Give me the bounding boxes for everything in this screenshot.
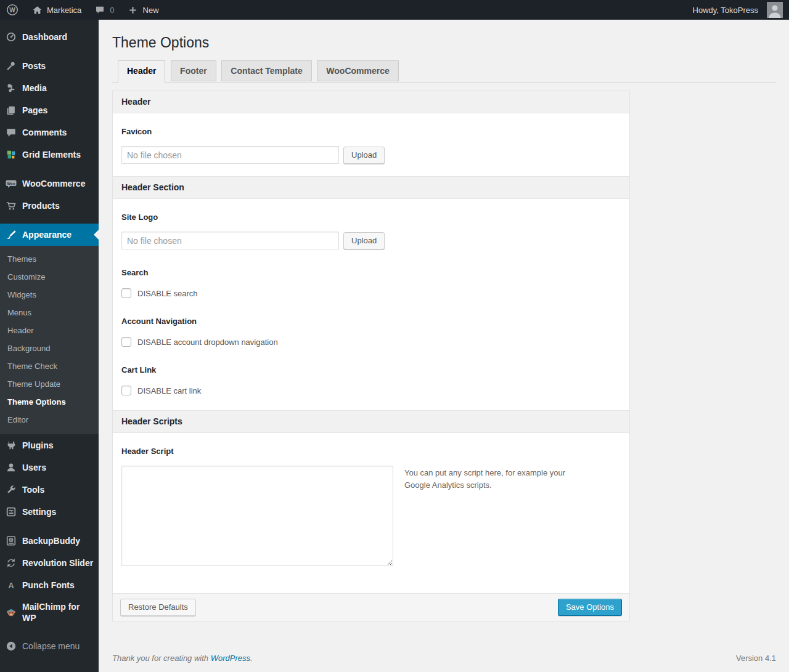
header-script-label: Header Script <box>121 447 621 456</box>
sidebar-item-pages[interactable]: Pages <box>0 99 99 121</box>
disable-search-checkbox[interactable] <box>121 288 131 298</box>
new-label: New <box>143 6 159 15</box>
tab-contact-template[interactable]: Contact Template <box>221 60 311 81</box>
tab-footer[interactable]: Footer <box>171 60 216 81</box>
submenu-item-header[interactable]: Header <box>0 322 99 339</box>
sidebar-item-tools[interactable]: Tools <box>0 479 99 501</box>
comments-count: 0 <box>110 6 114 15</box>
tab-bar: Header Footer Contact Template WooCommer… <box>112 60 776 83</box>
admin-sidebar: Dashboard Posts Media Pages Comments Gri… <box>0 20 99 672</box>
submenu-item-theme-check[interactable]: Theme Check <box>0 357 99 375</box>
site-logo-file-input[interactable] <box>121 232 339 249</box>
sidebar-item-media[interactable]: Media <box>0 77 99 99</box>
favicon-file-input[interactable] <box>121 146 339 164</box>
howdy-text: Howdy, TokoPress <box>693 6 758 15</box>
sidebar-item-products[interactable]: Products <box>0 195 99 217</box>
svg-text:W: W <box>9 7 15 14</box>
woocommerce-icon: Woo <box>5 177 17 190</box>
mailchimp-icon <box>5 606 17 618</box>
favicon-label: Favicon <box>121 127 621 136</box>
site-name: Marketica <box>47 6 81 15</box>
submenu-item-theme-update[interactable]: Theme Update <box>0 375 99 393</box>
sidebar-item-plugins[interactable]: Plugins <box>0 434 99 456</box>
sidebar-item-label: Media <box>22 83 47 94</box>
sidebar-item-revolution-slider[interactable]: Revolution Slider <box>0 552 99 574</box>
submenu-item-menus[interactable]: Menus <box>0 304 99 322</box>
wordpress-logo-icon: W <box>6 4 18 16</box>
svg-text:A: A <box>8 581 14 590</box>
comment-bubble-icon <box>94 4 106 16</box>
sidebar-item-appearance[interactable]: Appearance <box>0 224 99 246</box>
new-menu[interactable]: New <box>121 0 165 20</box>
main-content: Theme Options Header Footer Contact Temp… <box>99 20 789 672</box>
sidebar-item-label: Plugins <box>22 440 54 451</box>
tab-woocommerce[interactable]: WooCommerce <box>317 60 398 81</box>
submenu-item-themes[interactable]: Themes <box>0 250 99 268</box>
section-header-scripts: Header Scripts <box>113 410 629 433</box>
sidebar-item-users[interactable]: Users <box>0 456 99 479</box>
disable-account-nav-checkbox[interactable] <box>121 337 131 347</box>
sidebar-item-label: Comments <box>22 127 67 138</box>
header-script-hint: You can put any script here, for example… <box>404 466 592 492</box>
sidebar-item-mailchimp[interactable]: MailChimp for WP <box>0 596 99 628</box>
section-header: Header <box>113 91 629 113</box>
sidebar-item-label: Tools <box>22 484 44 495</box>
avatar <box>767 2 783 18</box>
account-menu[interactable]: Howdy, TokoPress <box>687 0 789 20</box>
backup-icon <box>5 535 17 547</box>
restore-defaults-button[interactable]: Restore Defaults <box>120 599 196 616</box>
revolution-icon <box>5 557 17 569</box>
disable-cart-link-label: DISABLE cart link <box>137 386 201 395</box>
sidebar-item-comments[interactable]: Comments <box>0 121 99 144</box>
site-logo-upload-button[interactable]: Upload <box>343 232 385 249</box>
search-field: Search DISABLE search <box>113 262 629 309</box>
site-logo-label: Site Logo <box>121 213 621 222</box>
sidebar-item-label: Collapse menu <box>22 641 80 652</box>
sidebar-item-label: Appearance <box>22 229 72 240</box>
submenu-item-background[interactable]: Background <box>0 339 99 357</box>
save-options-button[interactable]: Save Options <box>558 599 622 616</box>
account-navigation-field: Account Navigation DISABLE account dropd… <box>113 309 629 358</box>
sidebar-item-label: MailChimp for WP <box>22 601 95 623</box>
media-icon <box>5 82 17 94</box>
submenu-item-customize[interactable]: Customize <box>0 268 99 286</box>
plugin-icon <box>5 439 17 451</box>
submenu-item-widgets[interactable]: Widgets <box>0 286 99 304</box>
sidebar-item-woocommerce[interactable]: Woo WooCommerce <box>0 172 99 195</box>
favicon-upload-button[interactable]: Upload <box>343 147 385 164</box>
tab-header[interactable]: Header <box>118 60 165 83</box>
sidebar-item-backupbuddy[interactable]: BackupBuddy <box>0 530 99 552</box>
sidebar-item-label: Pages <box>22 105 47 116</box>
footer-version: Version 4.1 <box>736 654 776 663</box>
disable-cart-link-checkbox[interactable] <box>121 386 131 395</box>
thanks-suffix: . <box>250 654 253 663</box>
submenu-item-editor[interactable]: Editor <box>0 411 99 429</box>
comments-menu[interactable]: 0 <box>88 0 120 20</box>
sidebar-item-punch-fonts[interactable]: A Punch Fonts <box>0 574 99 596</box>
sidebar-item-settings[interactable]: Settings <box>0 501 99 523</box>
disable-account-nav-label: DISABLE account dropdown navigation <box>137 338 278 347</box>
sidebar-item-label: Grid Elements <box>22 149 81 160</box>
header-script-textarea[interactable] <box>121 466 393 566</box>
pin-icon <box>5 60 17 72</box>
sidebar-item-collapse-menu[interactable]: Collapse menu <box>0 635 99 657</box>
wordpress-logo-menu[interactable]: W <box>0 0 25 20</box>
sidebar-item-dashboard[interactable]: Dashboard <box>0 26 99 48</box>
footer-thanks: Thank you for creating with WordPress. <box>112 654 253 663</box>
wordpress-link[interactable]: WordPress <box>211 654 250 663</box>
submenu-item-theme-options[interactable]: Theme Options <box>0 393 99 411</box>
site-logo-field: Site Logo Upload <box>113 199 629 262</box>
admin-bar: W Marketica 0 New Howdy, TokoPress <box>0 0 789 20</box>
search-label: Search <box>121 268 621 277</box>
sidebar-item-posts[interactable]: Posts <box>0 55 99 77</box>
sidebar-item-label: Dashboard <box>22 31 67 43</box>
sidebar-item-label: BackupBuddy <box>22 535 80 546</box>
section-header-section: Header Section <box>113 176 629 199</box>
page-title: Theme Options <box>112 20 776 58</box>
appearance-submenu: Themes Customize Widgets Menus Header Ba… <box>0 246 99 434</box>
grid-elements-icon <box>5 148 17 161</box>
sidebar-item-label: Settings <box>22 506 56 517</box>
site-menu[interactable]: Marketica <box>25 0 88 20</box>
settings-icon <box>5 506 17 518</box>
sidebar-item-grid-elements[interactable]: Grid Elements <box>0 144 99 166</box>
